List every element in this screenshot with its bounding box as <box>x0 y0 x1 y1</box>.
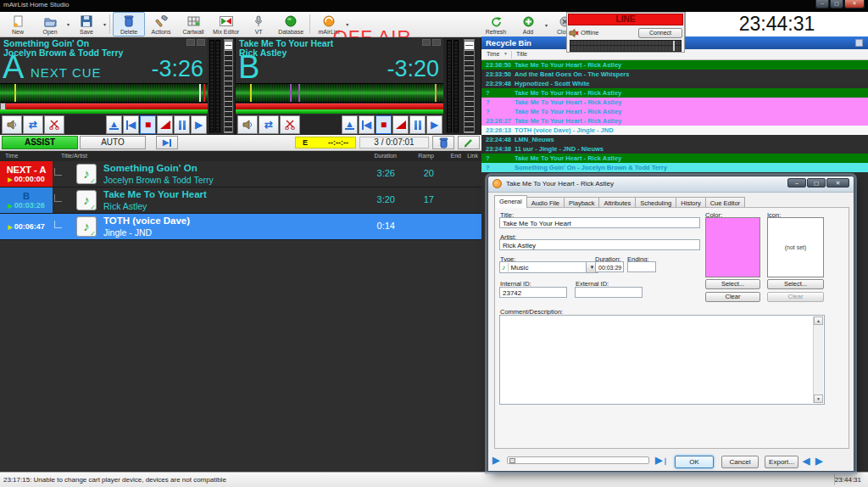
next-item-icon[interactable]: ▶ <box>815 456 822 467</box>
maximize-icon[interactable]: ▢ <box>807 178 826 188</box>
column-title[interactable]: Title <box>516 51 527 57</box>
mix-editor-button[interactable]: Mix Editor <box>209 12 242 36</box>
preview-play-icon[interactable]: ▶ <box>492 455 499 466</box>
internal-id-field[interactable]: 23742 <box>499 287 567 298</box>
export-button[interactable]: Export... <box>765 456 798 468</box>
recycle-row[interactable]: 23:29:48Hypnotized - Scott White <box>481 79 868 88</box>
cartwall-button[interactable]: Cartwall <box>177 12 209 36</box>
preview-slider[interactable] <box>507 456 649 464</box>
vt-button[interactable]: VT <box>242 12 275 36</box>
delete-button[interactable]: Delete <box>113 12 145 36</box>
playlist-row-next[interactable]: NEXT - A ▶00:00:00 ♪✓ Something Goin' On… <box>0 161 481 188</box>
speaker-pfl-button[interactable] <box>237 115 258 134</box>
volume-fader[interactable] <box>464 39 475 133</box>
cue-marker[interactable] <box>435 84 437 102</box>
scroll-down-icon[interactable]: ▼ <box>814 395 823 403</box>
duration-field[interactable]: 00:03:29 <box>595 261 624 272</box>
close-icon[interactable]: ✕ <box>844 0 865 8</box>
open-button[interactable]: Open <box>34 12 66 36</box>
cancel-button[interactable]: Cancel <box>721 456 759 468</box>
column-time[interactable]: Time <box>5 153 18 159</box>
recycle-row[interactable]: 23:24:3811 uur - Jingle - JND - Nieuws <box>481 144 868 154</box>
column-time[interactable]: Time <box>487 51 499 57</box>
external-id-field[interactable] <box>575 287 643 298</box>
stop-button[interactable]: ■ <box>376 115 392 134</box>
connect-button[interactable]: Connect <box>638 28 682 38</box>
recycle-row[interactable]: 23:26:27Take Me To Your Heart - Rick Ast… <box>481 116 868 126</box>
loop-button[interactable]: ⇄ <box>23 115 43 134</box>
pause-button[interactable] <box>174 115 190 134</box>
fade-out-button[interactable] <box>157 115 173 134</box>
column-duration[interactable]: Duration <box>363 153 397 159</box>
play-button[interactable]: ▶ <box>191 115 207 134</box>
recycle-row[interactable]: 23:33:50And the Beat Goes On - The Whisp… <box>481 70 868 79</box>
close-icon[interactable]: ✕ <box>826 178 849 188</box>
eject-button[interactable]: ▲ <box>106 115 122 134</box>
minimize-icon[interactable]: – <box>787 178 806 188</box>
ending-field[interactable] <box>627 261 656 272</box>
speaker-pfl-button[interactable] <box>2 115 22 134</box>
recycle-row[interactable]: ?Take Me To Your Heart - Rick Astley <box>481 154 868 163</box>
assist-button[interactable]: ASSIST <box>2 136 78 149</box>
column-title-artist[interactable]: Title/Artist <box>61 153 87 159</box>
edit-button[interactable] <box>458 136 480 149</box>
player-a-progress-bar[interactable] <box>0 104 208 109</box>
clear-color-button[interactable]: Clear <box>705 292 760 302</box>
column-ramp[interactable]: Ramp <box>412 153 434 159</box>
type-dropdown[interactable]: ♪ Music ▼ <box>499 261 598 273</box>
recycle-toggle-button[interactable] <box>432 136 454 149</box>
recycle-row[interactable]: ?Something Goin' On - Jocelyn Brown & To… <box>481 163 868 172</box>
slider-thumb[interactable] <box>509 458 515 463</box>
playlist-empty-area[interactable] <box>0 240 481 472</box>
new-button[interactable]: New <box>2 12 34 36</box>
cue-marker[interactable] <box>250 84 252 102</box>
cue-marker[interactable] <box>199 84 201 102</box>
skip-end-icon[interactable]: ▶❘ <box>655 455 668 466</box>
cut-button[interactable] <box>44 115 64 134</box>
player-a-waveform[interactable] <box>0 83 208 103</box>
title-field[interactable]: Take Me To Your Heart <box>499 217 700 228</box>
column-divider[interactable] <box>511 51 512 59</box>
eject-button[interactable]: ▲ <box>342 115 358 134</box>
chevron-down-icon[interactable]: ▾ <box>103 21 107 27</box>
maximize-icon[interactable]: ▢ <box>830 0 843 8</box>
column-end[interactable]: End <box>448 153 461 159</box>
playlist-row-selected[interactable]: ▶00:06:47 ♪✓ TOTH (voice Dave) Jingle - … <box>0 214 481 240</box>
recycle-row[interactable]: ?Take Me To Your Heart - Rick Astley <box>481 107 868 116</box>
select-icon-button[interactable]: Select... <box>767 279 824 289</box>
previous-item-icon[interactable]: ◀ <box>803 456 810 467</box>
scrollbar[interactable]: ▲ ▼ <box>813 316 823 403</box>
recycle-row[interactable]: ?Take Me To Your Heart - Rick Astley <box>481 98 868 107</box>
save-button[interactable]: Save <box>70 12 103 36</box>
skip-next-button[interactable]: ▶ <box>156 136 178 149</box>
player-options-icon[interactable] <box>186 39 205 46</box>
select-color-button[interactable]: Select... <box>705 279 760 289</box>
recycle-row[interactable]: ?Take Me To Your Heart - Rick Astley <box>481 88 868 98</box>
fader-thumb[interactable] <box>464 41 475 50</box>
cue-marker[interactable] <box>298 84 300 102</box>
cue-marker[interactable] <box>203 84 205 102</box>
recycle-row[interactable]: 23:36:50Take Me To Your Heart - Rick Ast… <box>481 60 868 70</box>
minimize-icon[interactable]: – <box>815 0 829 8</box>
ok-button[interactable]: OK <box>675 456 714 468</box>
loop-button[interactable]: ⇄ <box>259 115 279 134</box>
dialog-titlebar[interactable]: Take Me To Your Heart - Rick Astley – ▢ … <box>488 176 854 193</box>
play-button[interactable]: ▶ <box>426 115 442 134</box>
fade-out-button[interactable] <box>392 115 409 134</box>
playlist-row-player-b[interactable]: B ▶00:03:26 ♪✓ Take Me To Your Heart Ric… <box>0 188 481 214</box>
fader-thumb[interactable] <box>224 41 233 50</box>
player-b-progress-bar[interactable] <box>236 104 443 109</box>
column-link[interactable]: Link <box>465 153 478 159</box>
pause-button[interactable] <box>409 115 426 134</box>
stop-button[interactable]: ■ <box>140 115 156 134</box>
skip-to-start-button[interactable]: ◀ <box>359 115 375 134</box>
cue-marker[interactable] <box>14 84 16 102</box>
player-options-icon[interactable] <box>422 39 441 46</box>
database-button[interactable]: Database <box>275 12 307 36</box>
recycle-bin-icon[interactable] <box>855 39 863 47</box>
scroll-up-icon[interactable]: ▲ <box>814 316 823 325</box>
cue-marker[interactable] <box>290 84 292 102</box>
recycle-row[interactable]: 23:24:48LMN_Nieuws <box>481 135 868 144</box>
cut-button[interactable] <box>280 115 300 134</box>
add-button[interactable]: Add <box>512 13 544 36</box>
